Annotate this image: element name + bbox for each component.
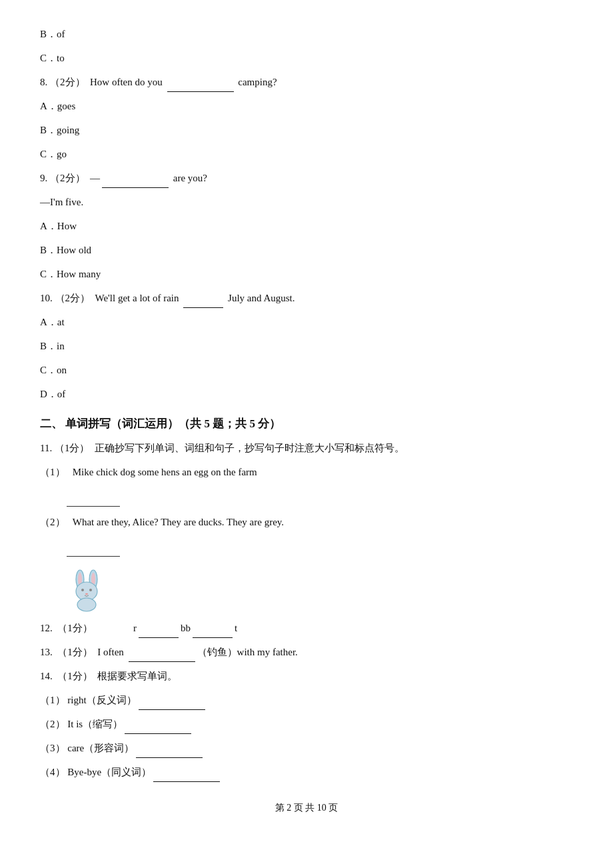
question-8: 8. （2分） How often do you camping? (40, 72, 573, 92)
section-2-title: 二、 单词拼写（词汇运用）（共 5 题；共 5 分） (40, 416, 573, 431)
q11-answer-line2 (67, 536, 120, 557)
blank-12a (139, 637, 179, 638)
blank-13 (129, 661, 195, 662)
q10-option-d: D．of (40, 384, 573, 404)
q10-option-c: C．on (40, 360, 573, 380)
question-9: 9. （2分） — are you? (40, 168, 573, 188)
q11-sub1: （1） Mike chick dog some hens an egg on t… (40, 462, 573, 482)
question-14: 14. （1分） 根据要求写单词。 (40, 666, 573, 686)
q14-item4: （4） Bye-bye（同义词） (40, 762, 573, 782)
q9-option-a: A．How (40, 216, 573, 236)
rabbit-section (67, 567, 573, 614)
question-11: 11. （1分） 正确抄写下列单词、词组和句子，抄写句子时注意大小写和标点符号。 (40, 438, 573, 458)
q11-answer-line1 (67, 486, 120, 507)
question-13: 13. （1分） I often （钓鱼）with my father. (40, 642, 573, 662)
question-10: 10. （2分） We'll get a lot of rain July an… (40, 288, 573, 308)
q9-option-b: B．How old (40, 240, 573, 260)
blank-14-3 (136, 757, 203, 758)
svg-point-8 (77, 598, 96, 611)
q8-option-b: B．going (40, 120, 573, 140)
option-b-of: B．of (40, 24, 573, 44)
q14-item1: （1） right（反义词） (40, 690, 573, 710)
option-c-to: C．to (40, 48, 573, 68)
q10-option-b: B．in (40, 336, 573, 356)
svg-point-7 (85, 593, 88, 595)
q11-sub1-answer (67, 486, 573, 507)
blank-14-4 (153, 781, 220, 782)
blank-9 (102, 187, 169, 188)
q9-option-c: C．How many (40, 264, 573, 284)
q8-option-c: C．go (40, 144, 573, 164)
svg-point-5 (81, 589, 84, 591)
blank-12b (193, 637, 233, 638)
q11-sub2: （2） What are they, Alice? They are ducks… (40, 512, 573, 532)
svg-point-6 (89, 589, 92, 591)
q14-item2: （2） It is（缩写） (40, 714, 573, 734)
question-12: 12. （1分） rbbt (40, 618, 573, 638)
blank-10 (183, 307, 223, 308)
blank-14-2 (125, 733, 191, 734)
blank-14-1 (139, 709, 205, 710)
q11-sub2-answer (67, 536, 573, 557)
blank-8 (167, 91, 234, 92)
q10-option-a: A．at (40, 312, 573, 332)
rabbit-icon (67, 567, 107, 614)
page-footer: 第 2 页 共 10 页 (40, 802, 573, 814)
q9-answer-line: —I'm five. (40, 192, 573, 212)
q8-option-a: A．goes (40, 96, 573, 116)
q14-item3: （3） care（形容词） (40, 738, 573, 758)
